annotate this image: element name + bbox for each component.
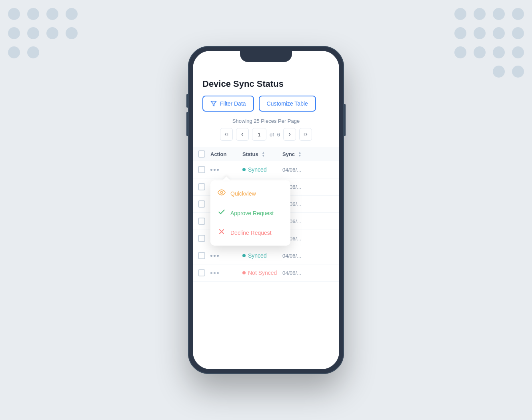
date-text: 04/06/...	[282, 270, 301, 276]
select-all-checkbox[interactable]	[198, 150, 205, 158]
quickview-label: Quickview	[230, 190, 256, 197]
header-status-col: Status ▲ ▼	[242, 150, 282, 158]
table-row: Synced 04/06/...	[193, 161, 339, 178]
table-container: Action Status ▲ ▼ Sync ▲ ▼	[193, 147, 339, 282]
quickview-option[interactable]: Quickview	[210, 184, 290, 203]
table-row: Synced 04/06/...	[193, 247, 339, 264]
svg-point-3	[221, 192, 223, 194]
row-status-col: Synced	[242, 252, 282, 259]
approve-request-option[interactable]: Approve Request	[210, 203, 290, 223]
row-checkbox-col	[193, 218, 210, 225]
phone-notch	[240, 51, 292, 62]
decline-icon	[218, 228, 226, 238]
row-checkbox[interactable]	[198, 218, 205, 225]
first-page-button[interactable]	[220, 128, 233, 141]
total-pages: 6	[277, 132, 280, 138]
row-date-col: 04/06/...	[282, 218, 339, 225]
volume-down-button	[186, 112, 188, 136]
row-checkbox[interactable]	[198, 200, 205, 208]
approve-label: Approve Request	[230, 210, 274, 216]
row-checkbox-col	[193, 252, 210, 259]
sync-sort-down-icon: ▼	[298, 154, 302, 158]
approve-icon	[218, 208, 226, 218]
volume-up-button	[186, 94, 188, 108]
row-checkbox[interactable]	[198, 166, 205, 173]
row-status-col: Synced	[242, 166, 282, 173]
date-text: 04/06/...	[282, 253, 301, 259]
dropdown-arrow	[222, 176, 230, 180]
decline-request-option[interactable]: Decline Request	[210, 223, 290, 242]
quickview-icon	[218, 188, 226, 198]
filter-data-button[interactable]: Filter Data	[202, 96, 254, 112]
pagination-info: Showing 25 Pieces Per Page	[193, 118, 339, 124]
row-checkbox-col	[193, 200, 210, 208]
sort-down-icon: ▼	[262, 154, 265, 158]
prev-page-icon	[240, 132, 245, 137]
status-text: Not Synced	[248, 270, 277, 276]
row-date-col: 04/06/...	[282, 252, 339, 259]
status-text: Synced	[248, 166, 267, 173]
dot-3	[217, 272, 219, 274]
phone-screen: Device Sync Status Filter Data Customize…	[193, 51, 339, 369]
row-checkbox[interactable]	[198, 183, 205, 190]
power-button	[344, 104, 346, 136]
svg-marker-0	[211, 101, 216, 106]
status-dot	[242, 271, 246, 274]
action-menu-trigger[interactable]	[210, 169, 242, 171]
filter-label: Filter Data	[220, 100, 246, 107]
status-dot	[242, 254, 246, 257]
row-checkbox-col	[193, 166, 210, 173]
dot-3	[217, 255, 219, 257]
row-checkbox[interactable]	[198, 235, 205, 242]
last-page-icon	[303, 132, 308, 137]
date-text: 04/06/...	[282, 167, 301, 173]
phone-frame: Device Sync Status Filter Data Customize…	[188, 46, 344, 374]
dot-2	[214, 272, 216, 274]
table-row: Not Synced 04/06/...	[193, 264, 339, 282]
row-status-col: Not Synced	[242, 270, 282, 276]
status-dot	[242, 168, 246, 171]
row-action-col	[210, 169, 242, 171]
row-date-col: 04/06/...	[282, 166, 339, 173]
decline-label: Decline Request	[230, 230, 272, 236]
sync-sort-icons[interactable]: ▲ ▼	[298, 151, 302, 158]
header-sync-col: Sync ▲ ▼	[282, 150, 339, 158]
row-checkbox-col	[193, 269, 210, 276]
next-page-icon	[287, 132, 292, 137]
dot-1	[210, 255, 212, 257]
row-action-col	[210, 272, 242, 274]
phone-content: Device Sync Status Filter Data Customize…	[193, 67, 339, 369]
row-date-col: 04/06/...	[282, 200, 339, 208]
next-page-button[interactable]	[283, 128, 296, 141]
status-sort-icons[interactable]: ▲ ▼	[262, 151, 265, 158]
dot-2	[214, 169, 216, 171]
status-header: Status	[242, 151, 258, 157]
row-checkbox-col	[193, 183, 210, 190]
filter-icon	[210, 100, 217, 107]
toolbar: Filter Data Customize Table	[193, 96, 339, 118]
row-date-col: 04/06/...	[282, 269, 339, 276]
table-header: Action Status ▲ ▼ Sync ▲ ▼	[193, 147, 339, 161]
customize-table-button[interactable]: Customize Table	[259, 96, 316, 112]
dot-1	[210, 169, 212, 171]
page-number-input[interactable]	[252, 128, 266, 141]
prev-page-button[interactable]	[236, 128, 249, 141]
pagination-controls: of 6	[193, 128, 339, 141]
header-action-col: Action	[210, 150, 242, 158]
dot-3	[217, 169, 219, 171]
row-date-col: 04/06/...	[282, 235, 339, 242]
action-menu-trigger[interactable]	[210, 272, 242, 274]
status-badge: Synced	[242, 252, 282, 259]
page-of-label: of	[270, 132, 274, 138]
header-checkbox-col	[193, 150, 210, 158]
row-checkbox[interactable]	[198, 269, 205, 276]
dot-1	[210, 272, 212, 274]
status-badge: Synced	[242, 166, 282, 173]
action-header: Action	[210, 151, 226, 157]
row-action-col	[210, 255, 242, 257]
last-page-button[interactable]	[299, 128, 312, 141]
action-menu-trigger[interactable]	[210, 255, 242, 257]
row-checkbox-col	[193, 235, 210, 242]
row-checkbox[interactable]	[198, 252, 205, 259]
page-title: Device Sync Status	[193, 75, 339, 96]
